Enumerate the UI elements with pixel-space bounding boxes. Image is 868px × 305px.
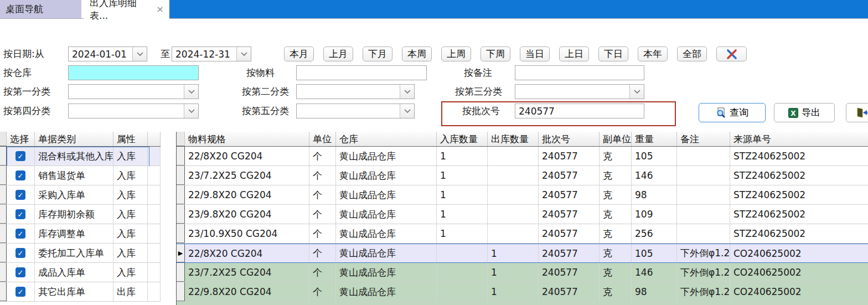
col-qty-out[interactable]: 出库数量 [488,132,539,146]
doc-type-row[interactable]: ✓委托加工入库单入库 [0,244,161,263]
date-to-combo[interactable]: 2024-12-31 [172,46,251,61]
qty-out-cell: 1 [488,282,539,301]
detail-row[interactable]: 23/9.8X20 CG204个黄山成品仓库1240577克109STZ2406… [177,205,868,224]
row-checkbox[interactable]: ✓ [16,209,25,219]
warehouse-cell: 黄山成品仓库 [336,282,437,301]
warehouse-cell: 黄山成品仓库 [336,263,437,282]
doc-type-row[interactable]: ✓销售退货单入库 [0,166,161,185]
subunit-cell: 克 [600,205,632,224]
warehouse-input[interactable] [68,65,199,80]
chevron-down-icon[interactable] [629,85,644,99]
attr-cell: 入库 [113,166,148,185]
quick-all-button[interactable]: 全部 [677,46,707,61]
unit-cell: 个 [309,263,336,282]
quick-next-month-button[interactable]: 下月 [363,46,392,61]
col-remark[interactable]: 备注 [677,132,730,146]
row-indicator [177,185,185,204]
row-checkbox[interactable]: ✓ [16,170,25,180]
doc-type-row[interactable]: ✓成品入库单入库 [0,263,161,282]
category1-label: 按第一分类 [3,84,50,99]
chevron-down-icon[interactable] [184,85,198,99]
batch-number-input[interactable]: 240577 [515,104,644,118]
spec-cell: 23/7.2X25 CG204 [185,263,309,282]
col-attr[interactable]: 属性 [113,132,148,146]
chevron-down-icon[interactable] [400,104,414,118]
close-icon[interactable]: × [157,5,164,14]
row-checkbox[interactable]: ✓ [16,229,25,239]
remark-input[interactable] [515,65,644,80]
doc-type-cell: 其它出库单 [35,282,113,301]
extra-cell [148,282,161,301]
detail-row[interactable]: ▶22/8X20 CG204个黄山成品仓库1240577克105下外倒φ1.2X… [177,244,868,263]
chevron-down-icon[interactable] [400,85,414,99]
detail-row[interactable]: 22/9.8X20 CG204个黄山成品仓库1240577克98下外倒φ1.2X… [177,282,868,302]
tab-label: 出入库明细表... [90,0,152,22]
col-warehouse[interactable]: 仓库 [336,132,437,146]
remark-label: 按备注 [464,65,492,80]
quick-last-month-button[interactable]: 上月 [323,46,353,61]
row-checkbox[interactable]: ✓ [16,267,25,277]
detail-row[interactable]: 22/9.8X20 CG204个黄山成品仓库1240577克98STZ24062… [177,185,868,205]
detail-row[interactable]: 23/10.9X50 CG204个黄山成品仓库1240577克256STZ240… [177,224,868,244]
exit-button[interactable] [846,103,868,122]
doc-type-row[interactable]: ✓混合料或其他入库入库 [0,147,161,166]
qty-in-cell: 1 [437,224,488,243]
doc-type-table: 选择 单据类别 属性 ✓混合料或其他入库入库✓销售退货单入库✓采购入库单入库✓库… [0,132,161,302]
warehouse-cell: 黄山成品仓库 [336,224,437,243]
row-checkbox[interactable]: ✓ [16,151,25,161]
tab-desktop-nav[interactable]: 桌面导航 [0,0,82,18]
unit-cell: 个 [309,185,336,204]
material-input[interactable] [296,65,427,80]
row-checkbox[interactable]: ✓ [16,248,25,258]
col-spec[interactable]: 物料规格 [185,132,309,146]
source-cell: STZ240625002 [730,224,868,243]
chevron-down-icon[interactable] [132,47,147,61]
col-source[interactable]: 来源单号 [730,132,868,146]
row-indicator [0,263,7,282]
doc-type-row[interactable]: ✓库存调整单入库 [0,224,161,244]
category3-dropdown[interactable] [515,84,644,99]
row-checkbox[interactable]: ✓ [16,190,25,200]
warehouse-cell: 黄山成品仓库 [336,147,437,166]
chevron-down-icon[interactable] [236,47,251,61]
remark-cell [677,205,730,224]
quick-next-day-button[interactable]: 下日 [598,46,628,61]
row-checkbox[interactable]: ✓ [16,287,25,297]
chevron-down-icon[interactable] [184,104,198,118]
col-batch[interactable]: 批次号 [539,132,600,146]
row-indicator [0,185,7,204]
doc-type-header-row: 选择 单据类别 属性 [0,132,161,147]
col-subunit[interactable]: 副单位 [600,132,632,146]
col-select[interactable]: 选择 [7,132,35,146]
category4-dropdown[interactable] [68,104,199,118]
category4-label: 按第四分类 [3,104,50,118]
detail-row[interactable]: 22/8X20 CG204个黄山成品仓库1240577克105STZ240625… [177,147,868,166]
query-button-label: 查询 [730,106,748,119]
detail-row[interactable]: 23/7.2X25 CG204个黄山成品仓库1240577克146STZ2406… [177,166,868,185]
doc-type-row[interactable]: ✓库存期初余额入库 [0,205,161,224]
tab-inout-detail[interactable]: 出入库明细表... × [84,0,169,19]
doc-type-row[interactable]: ✓其它出库单出库 [0,282,161,302]
quick-next-week-button[interactable]: 下周 [480,46,510,61]
quick-this-year-button[interactable]: 本年 [638,46,668,61]
col-doc-type[interactable]: 单据类别 [35,132,113,146]
col-qty-in[interactable]: 入库数量 [437,132,488,146]
quick-today-button[interactable]: 当日 [520,46,550,61]
export-button[interactable]: X 导出 [774,103,835,122]
quick-prev-day-button[interactable]: 上日 [559,46,589,61]
category1-dropdown[interactable] [68,84,199,99]
detail-row[interactable]: 23/7.2X25 CG204个黄山成品仓库1240577克146下外倒φ1.2… [177,263,868,282]
attr-cell: 入库 [113,185,148,204]
quick-last-week-button[interactable]: 上周 [441,46,471,61]
quick-this-week-button[interactable]: 本周 [402,46,432,61]
query-button[interactable]: 查询 [699,103,766,122]
category2-dropdown[interactable] [296,84,415,99]
date-to-label: 至 [161,46,170,61]
category5-dropdown[interactable] [296,104,415,118]
quick-this-month-button[interactable]: 本月 [284,46,314,61]
col-weight[interactable]: 重量 [632,132,677,146]
doc-type-row[interactable]: ✓采购入库单入库 [0,185,161,205]
col-unit[interactable]: 单位 [309,132,336,146]
tools-button[interactable] [716,46,747,61]
date-from-combo[interactable]: 2024-01-01 [68,46,147,61]
